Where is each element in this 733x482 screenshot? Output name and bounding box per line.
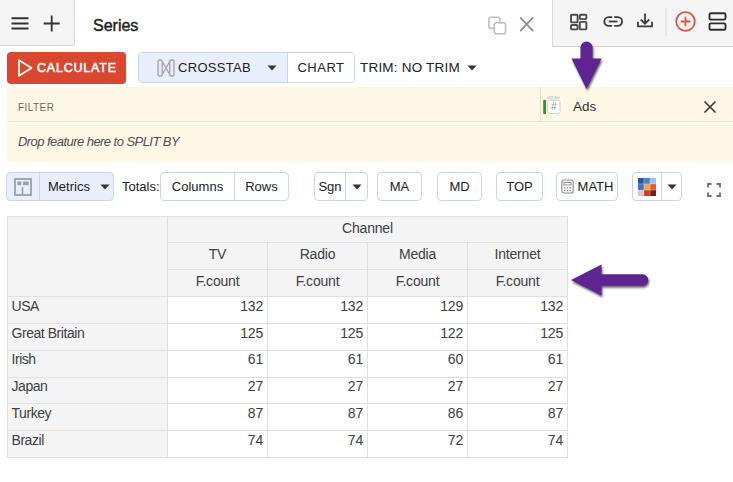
svg-text:#: # bbox=[551, 100, 557, 112]
